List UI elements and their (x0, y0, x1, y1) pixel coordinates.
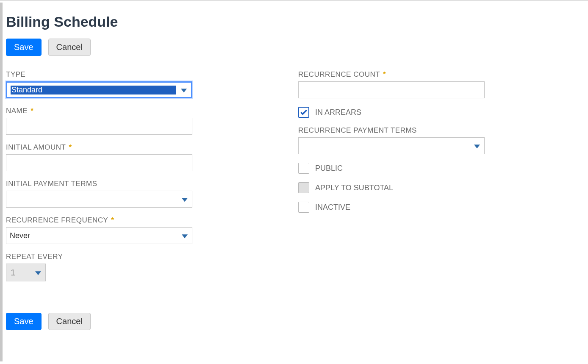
inactive-checkbox[interactable] (298, 202, 309, 213)
page-title: Billing Schedule (6, 14, 585, 30)
required-star-icon: * (69, 143, 72, 151)
page-container: Billing Schedule Save Cancel TYPE Standa… (0, 3, 588, 361)
in-arrears-checkbox[interactable] (298, 107, 309, 118)
initial-amount-field: INITIAL AMOUNT * (6, 143, 192, 171)
public-checkbox[interactable] (298, 163, 309, 174)
form-columns: TYPE Standard NAME * INITIAL AMOUNT * (6, 70, 585, 290)
save-button[interactable]: Save (6, 313, 42, 330)
save-button[interactable]: Save (6, 39, 42, 56)
recurrence-frequency-value: Never (10, 231, 177, 240)
required-star-icon: * (383, 70, 386, 78)
chevron-down-icon (182, 198, 188, 202)
type-select[interactable]: Standard (6, 81, 192, 98)
type-field: TYPE Standard (6, 70, 192, 98)
recurrence-count-label: RECURRENCE COUNT * (298, 70, 485, 79)
initial-payment-terms-select[interactable] (6, 191, 192, 208)
recurrence-frequency-field: RECURRENCE FREQUENCY * Never (6, 216, 192, 244)
chevron-down-icon (181, 89, 187, 92)
recurrence-frequency-label-text: RECURRENCE FREQUENCY (6, 216, 108, 224)
inactive-row: INACTIVE (298, 202, 485, 213)
recurrence-count-input[interactable] (298, 81, 485, 98)
inactive-label: INACTIVE (315, 203, 350, 212)
right-column: RECURRENCE COUNT * IN ARREARS RECURRENCE… (298, 70, 485, 290)
left-column: TYPE Standard NAME * INITIAL AMOUNT * (6, 70, 192, 290)
cancel-button[interactable]: Cancel (48, 39, 91, 56)
required-star-icon: * (31, 107, 33, 115)
recurrence-count-field: RECURRENCE COUNT * (298, 70, 485, 98)
chevron-down-icon (35, 271, 41, 275)
initial-amount-label: INITIAL AMOUNT * (6, 143, 192, 152)
public-row: PUBLIC (298, 163, 485, 174)
required-star-icon: * (111, 216, 114, 224)
button-row-bottom: Save Cancel (6, 313, 585, 330)
recurrence-frequency-label: RECURRENCE FREQUENCY * (6, 216, 192, 225)
in-arrears-label: IN ARREARS (315, 108, 361, 117)
repeat-every-select[interactable]: 1 (6, 264, 46, 281)
apply-to-subtotal-row: APPLY TO SUBTOTAL (298, 182, 485, 193)
name-label-text: NAME (6, 107, 28, 115)
button-row-top: Save Cancel (6, 39, 585, 56)
initial-payment-terms-field: INITIAL PAYMENT TERMS (6, 180, 192, 208)
repeat-every-label: REPEAT EVERY (6, 253, 192, 261)
public-label: PUBLIC (315, 164, 343, 173)
type-select-value: Standard (11, 86, 176, 94)
cancel-button[interactable]: Cancel (48, 313, 91, 330)
name-field: NAME * (6, 107, 192, 135)
in-arrears-row: IN ARREARS (298, 107, 485, 118)
recurrence-payment-terms-field: RECURRENCE PAYMENT TERMS (298, 126, 485, 154)
chevron-down-icon (182, 234, 188, 238)
apply-to-subtotal-label: APPLY TO SUBTOTAL (315, 183, 393, 192)
name-input[interactable] (6, 118, 192, 135)
type-label: TYPE (6, 70, 192, 79)
check-icon (300, 108, 308, 117)
initial-amount-input[interactable] (6, 154, 192, 171)
name-label: NAME * (6, 107, 192, 115)
top-divider (0, 0, 588, 1)
recurrence-payment-terms-select[interactable] (298, 137, 485, 154)
recurrence-frequency-select[interactable]: Never (6, 227, 192, 244)
chevron-down-icon (474, 144, 480, 148)
initial-amount-label-text: INITIAL AMOUNT (6, 143, 66, 151)
recurrence-count-label-text: RECURRENCE COUNT (298, 70, 380, 78)
recurrence-payment-terms-label: RECURRENCE PAYMENT TERMS (298, 126, 485, 135)
initial-payment-terms-label: INITIAL PAYMENT TERMS (6, 180, 192, 188)
repeat-every-field: REPEAT EVERY 1 (6, 253, 192, 281)
apply-to-subtotal-checkbox (298, 182, 309, 193)
